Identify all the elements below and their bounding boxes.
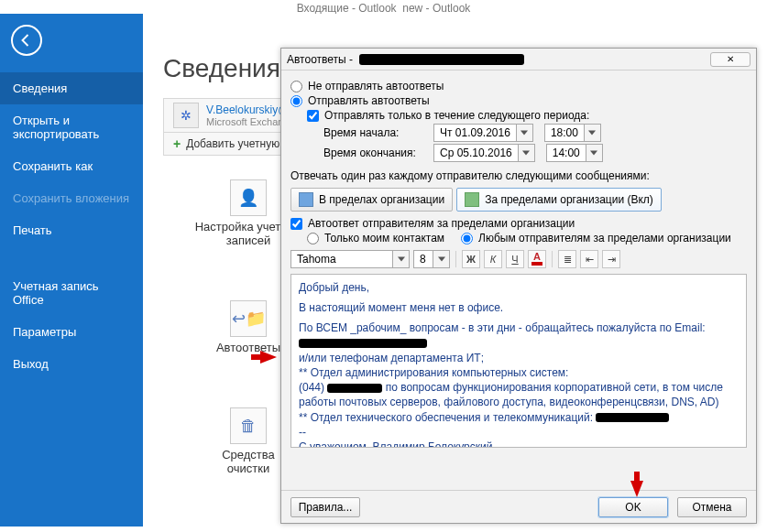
end-time-combo[interactable]: 14:00 [546,144,603,162]
sidebar-label: Сохранить вложения [13,191,129,205]
chevron-down-icon[interactable] [392,251,409,267]
arrow-left-icon [18,32,35,49]
chevron-down-icon[interactable] [584,125,600,141]
annotation-arrow-down-icon [630,481,643,497]
color-swatch-icon [531,262,542,266]
sidebar-label: Параметры [13,325,76,339]
tile-line2: записей [226,233,270,247]
underline-button[interactable]: Ч [506,250,524,268]
start-date-combo[interactable]: Чт 01.09.2016 [433,124,533,142]
reply-once-label: Отвечать один раз каждому отправителю сл… [290,169,747,182]
editor-part: (044) [299,381,324,394]
exchange-icon: ✲ [173,103,199,128]
bullets-icon: ≣ [564,254,572,266]
tab-inside-label: В пределах организации [319,193,444,206]
cancel-button[interactable]: Отмена [677,497,747,517]
editor-line: По ВСЕМ _рабочим_ вопросам - в эти дни -… [299,320,739,335]
indent-icon: ⇥ [608,254,616,266]
bullets-button[interactable]: ≣ [558,250,576,268]
chk-period[interactable] [307,110,319,122]
tab-outside-label: За пределами организации (Вкл) [485,193,653,206]
underline-icon: Ч [511,254,518,265]
editor-part: ** Отдел технического обеспечения и теле… [299,411,593,424]
chevron-down-icon[interactable] [518,145,534,161]
chk-period-label: Отправлять только в течение следующего п… [324,109,589,122]
redacted-icon [327,384,382,393]
plus-icon: + [173,136,181,151]
chk-outside-label: Автоответ отправителям за пределами орга… [308,217,575,230]
radio-anyone-label: Любым отправителям за пределами организа… [478,232,731,244]
editor-line: (044) по вопросам функционирования корпо… [299,380,739,409]
redacted-icon [596,413,669,422]
editor-line: и/или телефонам департамента ИТ; [299,351,739,365]
cleanup-icon: 🗑 [230,407,267,444]
rules-button[interactable]: Правила... [290,497,360,517]
chevron-down-icon[interactable] [433,251,449,267]
editor-line: ** Отдел администрирования компьютерных … [299,365,739,380]
lbl-end: Время окончания: [323,147,433,159]
dialog-close-button[interactable]: ✕ [710,52,751,67]
radio-anyone[interactable] [461,233,473,244]
sidebar-label: Печать [13,223,52,237]
end-date-combo[interactable]: Ср 05.10.2016 [433,144,535,162]
radio-do-not-send[interactable] [290,81,302,92]
chk-outside[interactable] [290,218,302,230]
sidebar-label: Сведения [13,81,67,95]
chevron-down-icon[interactable] [586,145,602,161]
dialog-titlebar: Автоответы - ✕ [281,49,756,71]
sidebar-label: Учетная запись Office [13,279,99,307]
sidebar-item-info[interactable]: Сведения [0,72,143,104]
sidebar-label: Сохранить как [13,159,93,173]
editor-line: -- [299,425,739,440]
dialog-title: Автоответы - [287,53,524,66]
sidebar-label: Открыть и экспортировать [13,114,99,141]
editor-line: В настоящий момент меня нет в офисе. [299,300,739,315]
tab-outside-org[interactable]: За пределами организации (Вкл) [456,188,662,212]
radio-on-label: Отправлять автоответы [308,94,430,107]
indent-button[interactable]: ⇥ [602,250,620,268]
sidebar-item-open-export[interactable]: Открыть и экспортировать [0,104,143,150]
format-toolbar: Tahoma 8 Ж К Ч А ≣ ⇤ ⇥ [290,250,747,268]
font-color-button[interactable]: А [528,250,546,268]
chevron-down-icon[interactable] [516,125,532,141]
sidebar-item-options[interactable]: Параметры [0,316,143,348]
radio-contacts-only[interactable] [307,233,319,244]
sidebar-item-exit[interactable]: Выход [0,348,143,380]
bold-button[interactable]: Ж [462,250,480,268]
start-time-combo[interactable]: 18:00 [544,124,601,142]
radio-send[interactable] [290,95,302,107]
tab-inside-org[interactable]: В пределах организации [290,188,453,212]
bold-icon: Ж [466,254,476,265]
redacted-icon [359,54,524,65]
sidebar-item-save-attach: Сохранить вложения [0,182,143,214]
font-name-combo[interactable]: Tahoma [290,250,410,268]
editor-line: Добрый день, [299,280,739,295]
font-color-a-icon: А [533,253,541,261]
italic-button[interactable]: К [484,250,502,268]
org-inside-icon [299,192,313,207]
add-account-label: Добавить учетную [186,137,279,150]
message-editor[interactable]: Добрый день, В настоящий момент меня нет… [290,274,747,448]
font-name-value: Tahoma [291,253,392,266]
start-time-value: 18:00 [545,126,584,139]
accounts-icon: 👤 [230,179,267,216]
ok-button[interactable]: OK [598,497,668,517]
backstage-sidebar: Сведения Открыть и экспортировать Сохран… [0,14,143,527]
annotation-arrow-right-icon [260,351,277,364]
sidebar-item-save-as[interactable]: Сохранить как [0,150,143,182]
back-button[interactable] [11,25,42,56]
outdent-button[interactable]: ⇤ [580,250,598,268]
sidebar-item-print[interactable]: Печать [0,214,143,246]
close-icon: ✕ [727,54,734,64]
editor-line: ** Отдел технического обеспечения и теле… [299,410,739,425]
sidebar-item-office-account[interactable]: Учетная запись Office [0,270,143,316]
radio-off-label: Не отправлять автоответы [308,80,444,92]
sidebar-label: Выход [13,357,49,371]
org-tabs: В пределах организации За пределами орга… [290,188,747,212]
radio-contacts-label: Только моим контактам [324,232,444,244]
lbl-start: Время начала: [323,126,433,139]
tile-line2: очистки [227,461,269,475]
font-size-combo[interactable]: 8 [413,250,450,268]
app-root: Входящие - Outlook_new - Outlook Сведени… [0,0,767,532]
outdent-icon: ⇤ [586,254,594,266]
